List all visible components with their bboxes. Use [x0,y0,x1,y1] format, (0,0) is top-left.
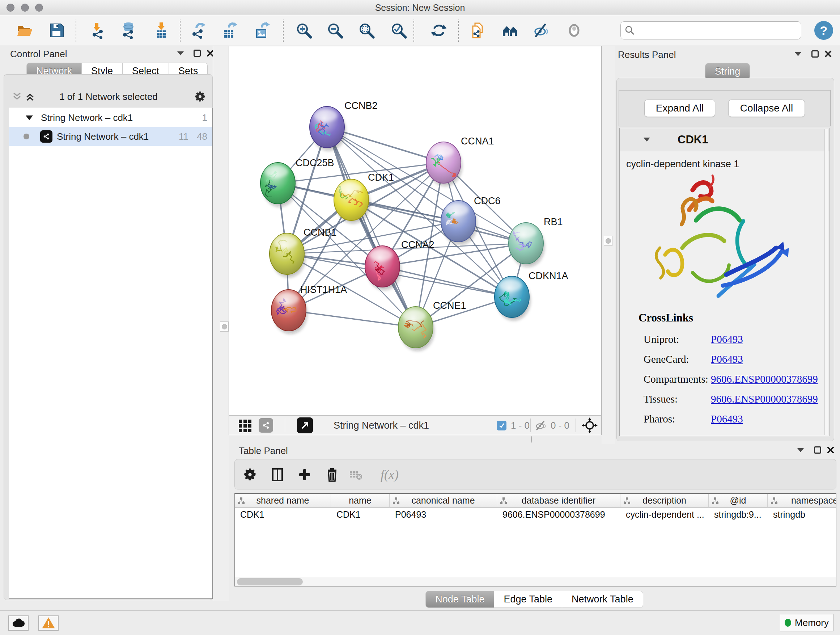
network-node-CCNE1[interactable]: CCNE1 [398,300,466,351]
fit-content-crosshair-icon[interactable] [582,418,598,432]
panel-menu-caret-icon[interactable] [177,51,184,55]
crosslink-link[interactable]: P06493 [711,333,743,345]
collection-expand-icon[interactable] [26,116,33,120]
network-node-CDK1[interactable]: CDK1 [334,172,394,223]
crosslink-link[interactable]: 9606.ENSP00000378699 [711,373,818,385]
node-result-card: CDK1 cyclin-dependent kinase 1 [619,128,830,436]
zoom-in-icon[interactable] [294,20,314,41]
refresh-icon[interactable] [429,20,449,41]
zoom-fit-icon[interactable] [356,20,377,41]
right-splitter[interactable] [602,46,615,444]
open-session-icon[interactable] [14,20,35,41]
import-network-icon[interactable] [88,20,108,41]
section-collapse-caret-icon[interactable] [644,138,650,141]
column-header-name[interactable]: name [331,494,390,507]
left-splitter-grip[interactable] [220,321,229,332]
network-node-CDKN1A[interactable]: CDKN1A [494,271,568,320]
table-row[interactable]: CDK1CDK1P064939606.ENSP00000378699cyclin… [235,508,836,521]
expand-all-button[interactable]: Expand All [644,100,715,117]
table-cell[interactable]: 9606.ENSP00000378699 [497,509,621,520]
export-image-icon[interactable] [252,20,272,41]
node-label: CCNA1 [461,136,494,147]
network-tree: String Network – cdk1 1 String Network –… [9,108,213,599]
crosslink-link[interactable]: P06493 [711,413,743,425]
tab-string[interactable]: String [705,63,750,80]
panel-menu-caret-icon[interactable] [797,448,804,452]
hide-glyphs-icon[interactable] [531,20,552,41]
close-panel-icon[interactable] [827,446,835,454]
column-header-shared-name[interactable]: shared name [235,494,331,507]
birds-eye-view-icon[interactable] [297,418,313,432]
import-table-icon[interactable] [151,20,172,41]
node-result-header[interactable]: CDK1 [620,128,829,151]
network-node-RB1[interactable]: RB1 [508,217,563,267]
float-panel-icon[interactable] [814,447,821,454]
collapse-all-button[interactable]: Collapse All [728,100,805,117]
help-button[interactable]: ? [814,21,833,40]
hidden-indicator[interactable]: 0 - 0 [535,418,569,432]
warnings-button[interactable] [38,616,58,631]
table-cell[interactable]: CDK1 [331,509,390,520]
horizontal-splitter-grip[interactable] [531,436,532,443]
table-cell[interactable]: P06493 [390,509,497,520]
memory-label: Memory [795,617,829,629]
close-panel-icon[interactable] [824,50,832,58]
table-cell[interactable]: CDK1 [235,509,331,520]
crosslink-link[interactable]: 9606.ENSP00000378699 [711,393,818,405]
add-column-icon[interactable] [295,464,314,485]
column-header-canonical-name[interactable]: canonical name [390,494,497,507]
node-label: CCNA2 [401,239,434,250]
table-cell[interactable]: stringdb [767,509,836,520]
crosslink-row: Uniprot:P06493 [620,329,822,349]
tab-node-table[interactable]: Node Table [425,591,494,608]
zoom-selected-icon[interactable] [388,20,409,41]
table-settings-gear-icon[interactable] [240,464,259,485]
clone-network-icon[interactable] [468,20,488,41]
search-input[interactable] [639,25,801,36]
export-table-icon[interactable] [219,20,240,41]
status-bar: Memory [0,610,840,635]
left-splitter[interactable] [213,46,229,601]
table-hscrollbar[interactable] [235,577,836,586]
table-cell[interactable]: stringdb:9... [709,509,767,520]
save-session-icon[interactable] [47,20,67,41]
global-search-field[interactable] [621,21,801,40]
network-node-CDC6[interactable]: CDC6 [441,195,501,245]
delete-column-icon[interactable] [323,464,341,485]
column-header--id[interactable]: @id [709,494,767,507]
home-networks-icon[interactable] [500,20,520,41]
table-panel-title: Table Panel [239,445,288,456]
float-panel-icon[interactable] [812,50,819,57]
network-node-CCNB2[interactable]: CCNB2 [309,100,378,150]
show-grid-icon[interactable] [238,418,253,432]
panel-menu-caret-icon[interactable] [795,52,801,56]
title-bar: Session: New Session [0,0,840,15]
zoom-out-icon[interactable] [325,20,345,41]
column-header-database-identifier[interactable]: database identifier [497,494,621,507]
show-glyphs-icon[interactable] [564,20,584,41]
crosslink-link[interactable]: P06493 [711,353,743,365]
import-database-icon[interactable] [118,20,139,41]
show-columns-icon[interactable] [268,464,287,485]
network-share-toggle-icon[interactable] [259,418,273,432]
memory-button[interactable]: Memory [780,614,834,631]
cloud-status-button[interactable] [8,616,28,631]
export-network-icon[interactable] [188,20,209,41]
tab-edge-table[interactable]: Edge Table [494,591,562,608]
network-row-selected[interactable]: String Network – cdk1 11 48 [9,127,212,146]
right-splitter-grip[interactable] [604,236,613,246]
network-options-gear-icon[interactable] [194,90,206,103]
table-cell[interactable]: cyclin-dependent ... [621,509,709,520]
results-scrollbar-track[interactable] [824,129,828,435]
network-canvas[interactable]: CCNB2CCNA1CDC25BCDK1CDC6RB1CCNB1CCNA2CDK… [229,46,601,415]
network-collection-row[interactable]: String Network – cdk1 1 [9,108,212,127]
selected-indicator[interactable]: 1 - 0 [497,418,530,432]
tab-network-table[interactable]: Network Table [562,591,643,608]
column-header-namespace[interactable]: namespace [767,494,836,507]
network-node-HIST1H1A[interactable]: HIST1H1A [271,284,347,334]
column-header-description[interactable]: description [621,494,709,507]
float-panel-icon[interactable] [194,50,201,57]
selected-checkbox-icon[interactable] [497,421,507,431]
table-hscrollbar-thumb[interactable] [237,578,303,585]
memory-status-dot [785,619,791,627]
